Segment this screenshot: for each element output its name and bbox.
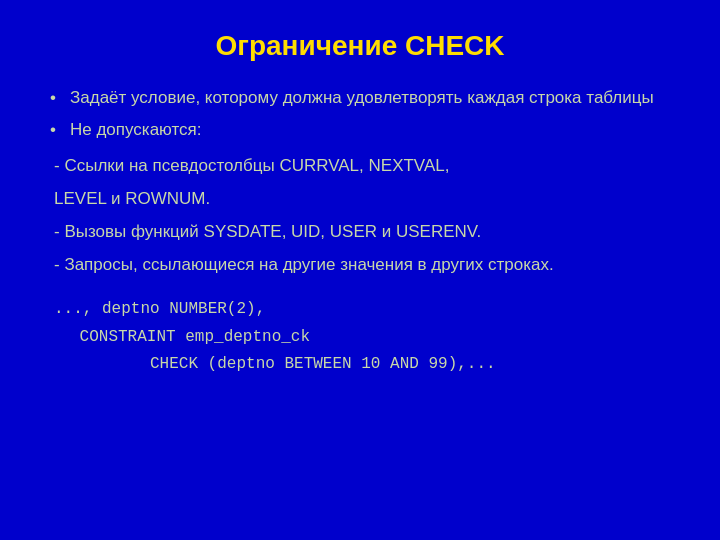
- bullet-list: Задаёт условие, которому должна удовлетв…: [50, 86, 670, 142]
- restriction-line-4: - Запросы, ссылающиеся на другие значени…: [54, 251, 670, 278]
- main-container: Ограничение CHECK Задаёт условие, которо…: [0, 0, 720, 540]
- code-line-3: CHECK (deptno BETWEEN 10 AND 99),...: [54, 351, 670, 378]
- restriction-line-3: - Вызовы функций SYSDATE, UID, USER и US…: [54, 218, 670, 245]
- bullet-item-2: Не допускаются:: [50, 118, 670, 142]
- page-title: Ограничение CHECK: [50, 30, 670, 62]
- code-block: ..., deptno NUMBER(2), CONSTRAINT emp_de…: [50, 296, 670, 378]
- bullet-item-1: Задаёт условие, которому должна удовлетв…: [50, 86, 670, 110]
- code-line-2: CONSTRAINT emp_deptno_ck: [54, 324, 670, 351]
- restrictions-block: - Ссылки на псевдостолбцы CURRVAL, NEXTV…: [50, 152, 670, 279]
- code-line-1: ..., deptno NUMBER(2),: [54, 296, 670, 323]
- restriction-line-1: - Ссылки на псевдостолбцы CURRVAL, NEXTV…: [54, 152, 670, 179]
- restriction-line-2: LEVEL и ROWNUM.: [54, 185, 670, 212]
